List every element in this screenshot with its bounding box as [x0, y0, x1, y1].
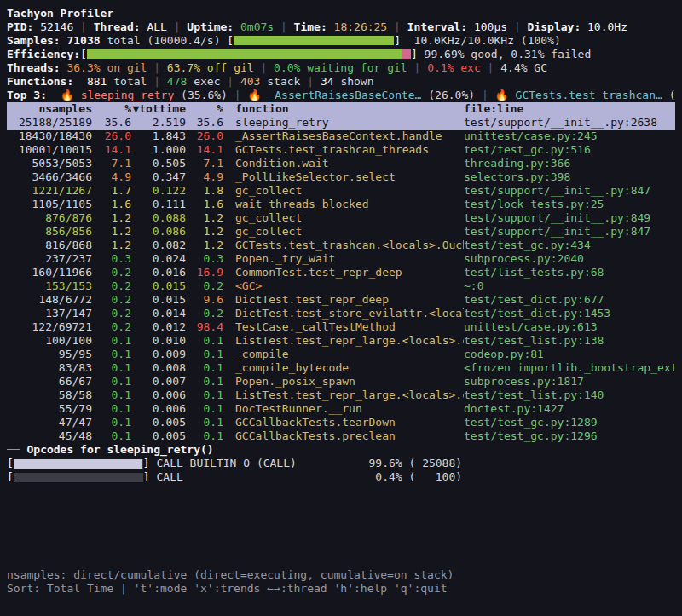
- cell-tottime: 0.005: [131, 429, 186, 443]
- header-pct-cumulative[interactable]: %: [186, 102, 223, 116]
- table-row[interactable]: 10001/1001514.11.00014.1GCTests.test_tra…: [7, 143, 675, 157]
- status-line: PID: 52146 | Thread: ALL | Uptime: 0m07s…: [7, 20, 675, 34]
- table-row[interactable]: 816/8681.20.0821.2GCTests.test_trashcan.…: [7, 239, 675, 252]
- flame-icon: 🔥: [247, 89, 261, 101]
- header-nsamples[interactable]: nsamples: [7, 102, 92, 116]
- table-row[interactable]: 5053/50537.10.5057.1Condition.waitthread…: [7, 157, 675, 170]
- table-row[interactable]: 95/950.10.0090.1_compilecodeop.py:81: [7, 348, 675, 361]
- cell-nsamples: 237/237: [7, 252, 92, 266]
- opcodes-title: Opcodes for sleeping_retry(): [26, 443, 213, 456]
- opcode-count: ( 100): [402, 470, 462, 484]
- table-row[interactable]: 237/2370.30.0240.3Popen._try_waitsubproc…: [7, 252, 675, 266]
- cell-function: CommonTest.test_repr_deep: [223, 266, 464, 279]
- bracket: [: [7, 457, 14, 470]
- cell-nsamples: 45/48: [7, 429, 92, 443]
- table-row[interactable]: 83/830.10.0080.1_compile_bytecode<frozen…: [7, 361, 675, 375]
- cell-function: DictTest.test_repr_deep: [223, 293, 464, 307]
- bracket: ]: [143, 470, 150, 484]
- top3-pct: (35.6%): [174, 89, 228, 101]
- bracket: ]: [143, 457, 150, 470]
- table-row[interactable]: 58/580.10.0060.1ListTest.test_repr_large…: [7, 389, 675, 402]
- table-row[interactable]: 153/1530.20.0150.2<GC>~:0: [7, 279, 675, 293]
- cell-pct-direct: 1.7: [92, 184, 131, 198]
- table-header[interactable]: nsamples%▼tottime%functionfile:line: [7, 102, 675, 116]
- cell-file-line: test/support/__init__.py:847: [464, 184, 675, 198]
- thread-value: ALL: [147, 20, 166, 33]
- cell-pct-cumulative: 0.1: [186, 361, 223, 375]
- header-pct-direct[interactable]: %: [92, 102, 131, 116]
- opcode-row: [] CALL_BUILTIN_O (CALL)99.6% ( 25088): [7, 457, 675, 470]
- table-row[interactable]: 66/670.10.0070.1Popen._posix_spawnsubpro…: [7, 375, 675, 389]
- opcode-row: [] CALL0.4% ( 100): [7, 470, 675, 484]
- cell-tottime: 1.000: [131, 143, 186, 157]
- functions-suffix: total: [107, 75, 147, 88]
- cell-pct-direct: 26.0: [92, 130, 131, 143]
- cell-tottime: 0.006: [131, 402, 186, 416]
- table-row[interactable]: 45/480.10.0050.1GCCallbackTests.preclean…: [7, 429, 675, 443]
- table-row[interactable]: 25188/2518935.62.51935.6sleeping_retryte…: [7, 116, 675, 130]
- table-row[interactable]: 47/470.10.0050.1GCCallbackTests.tearDown…: [7, 416, 675, 429]
- cell-pct-cumulative: 0.1: [186, 389, 223, 402]
- cell-pct-cumulative: 4.9: [186, 170, 223, 184]
- table-row[interactable]: 856/8561.20.0861.2gc_collecttest/support…: [7, 225, 675, 239]
- efficiency-fail-fill: [402, 49, 411, 59]
- cell-file-line: test/test_gc.py:434: [464, 239, 675, 252]
- header-file-line[interactable]: file:line: [464, 102, 675, 116]
- cell-tottime: 0.015: [131, 293, 186, 307]
- separator: |: [407, 61, 427, 74]
- table-row[interactable]: 100/1000.10.0100.1ListTest.test_repr_lar…: [7, 334, 675, 348]
- table-row[interactable]: 160/119660.20.01616.9CommonTest.test_rep…: [7, 266, 675, 279]
- cell-pct-cumulative: 0.1: [186, 416, 223, 429]
- cell-pct-cumulative: 9.6: [186, 293, 223, 307]
- efficiency-summary: 99.69% good, 0.31% failed: [418, 48, 592, 60]
- cell-function: DocTestRunner.__run: [223, 402, 464, 416]
- cell-file-line: test/test_list.py:138: [464, 334, 675, 348]
- separator: |: [481, 61, 500, 74]
- header-tottime-sort[interactable]: ▼tottime: [131, 102, 186, 116]
- cell-pct-cumulative: 0.2: [186, 307, 223, 320]
- samples-label: Samples:: [7, 34, 61, 47]
- table-row[interactable]: 876/8761.20.0881.2gc_collecttest/support…: [7, 211, 675, 225]
- table-row[interactable]: 1221/12671.70.1221.8gc_collecttest/suppo…: [7, 184, 675, 198]
- cell-pct-cumulative: 14.1: [186, 143, 223, 157]
- cell-file-line: threading.py:366: [464, 157, 675, 170]
- cell-pct-cumulative: 0.1: [186, 348, 223, 361]
- separator: |: [228, 89, 247, 101]
- app-title: Tachyon Profiler: [7, 7, 113, 20]
- top3-function: GCTests.test_trashcan…: [509, 89, 662, 101]
- cell-tottime: 0.016: [131, 266, 186, 279]
- cell-tottime: 0.014: [131, 307, 186, 320]
- table-row[interactable]: 1105/11051.60.1111.6wait_threads_blocked…: [7, 198, 675, 211]
- cell-nsamples: 148/6772: [7, 293, 92, 307]
- cell-nsamples: 18430/18430: [7, 130, 92, 143]
- separator: |: [274, 20, 293, 33]
- table-row[interactable]: 137/1470.20.0140.2DictTest.test_store_ev…: [7, 307, 675, 320]
- separator: |: [147, 75, 166, 88]
- opcode-bar: [14, 459, 143, 469]
- cell-pct-cumulative: 0.2: [186, 279, 223, 293]
- cell-nsamples: 160/11966: [7, 266, 92, 279]
- cell-nsamples: 1105/1105: [7, 198, 92, 211]
- header-function[interactable]: function: [223, 102, 464, 116]
- table-row[interactable]: 18430/1843026.01.84326.0_AssertRaisesBas…: [7, 130, 675, 143]
- cell-function: GCCallbackTests.preclean: [223, 429, 464, 443]
- cell-tottime: 0.086: [131, 225, 186, 239]
- cell-function: wait_threads_blocked: [223, 198, 464, 211]
- cell-file-line: selectors.py:398: [464, 170, 675, 184]
- cell-nsamples: 47/47: [7, 416, 92, 429]
- functions-value: 478: [167, 75, 187, 88]
- table-row[interactable]: 148/67720.20.0159.6DictTest.test_repr_de…: [7, 293, 675, 307]
- table-row[interactable]: 3466/34664.90.3474.9_PollLikeSelector.se…: [7, 170, 675, 184]
- cell-file-line: test/support/__init__.py:847: [464, 225, 675, 239]
- samples-count: 71038: [61, 34, 101, 47]
- cell-pct-direct: 1.6: [92, 198, 131, 211]
- cell-nsamples: 876/876: [7, 211, 92, 225]
- cell-nsamples: 816/868: [7, 239, 92, 252]
- table-row[interactable]: 55/790.10.0060.1DocTestRunner.__rundocte…: [7, 402, 675, 416]
- cell-nsamples: 55/79: [7, 402, 92, 416]
- separator: |: [147, 61, 166, 74]
- cell-pct-direct: 0.1: [92, 348, 131, 361]
- cell-pct-cumulative: 26.0: [186, 130, 223, 143]
- table-row[interactable]: 122/697210.20.01298.4TestCase._callTestM…: [7, 320, 675, 334]
- cell-pct-direct: 0.1: [92, 375, 131, 389]
